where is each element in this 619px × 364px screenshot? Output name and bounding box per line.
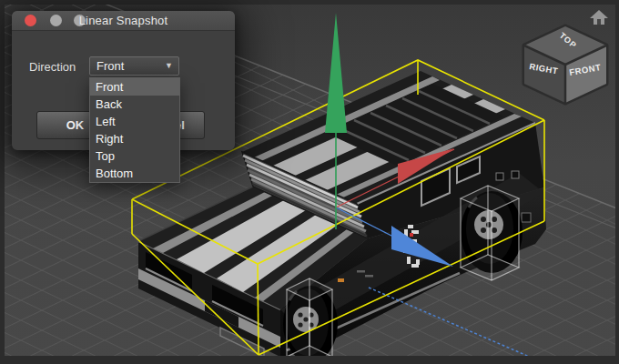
app-window: TOP RIGHT FRONT Linear Snapshot Directio…: [0, 0, 619, 364]
option-top[interactable]: Top: [90, 147, 179, 165]
option-back[interactable]: Back: [90, 96, 179, 113]
direction-dropdown[interactable]: Front ▼: [89, 56, 179, 76]
taillight: [522, 213, 531, 222]
chevron-down-icon: ▼: [165, 57, 173, 75]
dialog-title: Linear Snapshot: [12, 14, 235, 27]
door-handle: [496, 173, 503, 180]
option-right[interactable]: Right: [90, 130, 179, 147]
option-front[interactable]: Front: [90, 78, 179, 96]
direction-label: Direction: [29, 60, 76, 74]
option-left[interactable]: Left: [90, 113, 179, 130]
dropdown-value: Front: [96, 59, 124, 73]
dialog-titlebar[interactable]: Linear Snapshot: [12, 11, 235, 31]
option-bottom[interactable]: Bottom: [90, 165, 179, 182]
orientation-cube[interactable]: TOP RIGHT FRONT: [524, 26, 606, 103]
direction-options-list: Front Back Left Right Top Bottom: [89, 77, 180, 183]
side-marker-light: [338, 278, 344, 282]
linear-snapshot-dialog: Linear Snapshot Direction Front ▼ OK Can…: [12, 11, 235, 150]
